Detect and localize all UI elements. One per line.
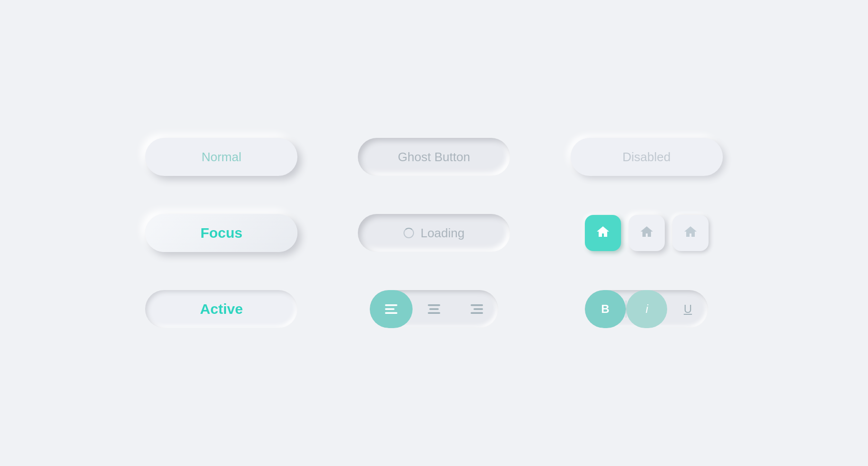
- align-button-group: [370, 290, 498, 328]
- align-right-button[interactable]: [455, 290, 498, 328]
- normal-label: Normal: [201, 150, 241, 165]
- loading-button[interactable]: Loading: [358, 214, 510, 252]
- disabled-label: Disabled: [622, 150, 671, 165]
- italic-button[interactable]: i: [626, 290, 667, 328]
- icon-button-flat[interactable]: [672, 215, 709, 251]
- normal-button[interactable]: Normal: [145, 138, 297, 176]
- align-center-button[interactable]: [413, 290, 455, 328]
- svg-rect-2: [385, 312, 397, 314]
- focus-label: Focus: [200, 225, 242, 241]
- active-button[interactable]: Active: [145, 290, 297, 328]
- svg-rect-1: [385, 308, 395, 310]
- svg-rect-4: [429, 308, 439, 310]
- home-icon: [640, 225, 654, 242]
- spinner-icon: [404, 228, 414, 238]
- underline-icon: U: [684, 302, 692, 316]
- svg-rect-0: [385, 304, 397, 306]
- bold-icon: B: [601, 302, 609, 316]
- svg-rect-8: [471, 312, 483, 314]
- ghost-button[interactable]: Ghost Button: [358, 138, 510, 176]
- underline-button[interactable]: U: [667, 290, 708, 328]
- svg-rect-6: [471, 304, 483, 306]
- italic-icon: i: [646, 302, 648, 316]
- disabled-button: Disabled: [571, 138, 723, 176]
- svg-rect-3: [428, 304, 440, 306]
- bold-button[interactable]: B: [585, 290, 626, 328]
- format-button-group: B i U: [585, 290, 709, 328]
- svg-rect-5: [428, 312, 440, 314]
- icon-button-normal[interactable]: [629, 215, 665, 251]
- svg-rect-7: [473, 308, 483, 310]
- loading-label: Loading: [421, 226, 465, 241]
- home-icon: [596, 225, 610, 242]
- active-label: Active: [200, 301, 243, 317]
- main-grid: Normal Ghost Button Disabled Focus Loadi…: [101, 109, 767, 357]
- ghost-label: Ghost Button: [398, 150, 470, 165]
- align-left-button[interactable]: [370, 290, 413, 328]
- icon-button-active[interactable]: [585, 215, 621, 251]
- icon-button-group: [585, 215, 709, 251]
- focus-button[interactable]: Focus: [145, 214, 297, 252]
- home-icon: [683, 225, 698, 242]
